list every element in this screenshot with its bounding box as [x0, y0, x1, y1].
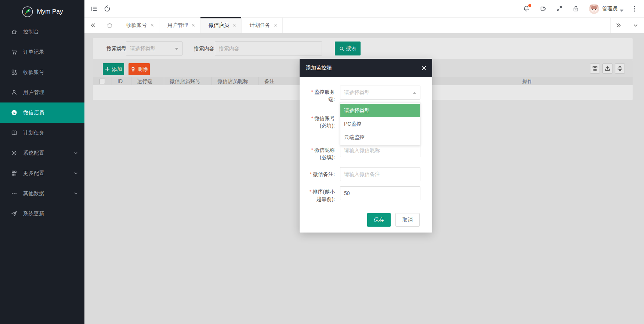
tag-icon[interactable] [539, 5, 546, 12]
save-button-label: 保存 [374, 217, 384, 223]
select-arrow-up-icon [413, 92, 416, 94]
tab-home[interactable] [101, 18, 118, 33]
wechat-remark-label: *微信备注: [300, 170, 335, 178]
topbar: 管理员 [84, 0, 644, 18]
cancel-button-label: 取消 [402, 217, 413, 223]
modal-title: 添加监控端 [306, 65, 332, 71]
sidebar-item-more-config[interactable]: 更多配置 [0, 163, 84, 183]
sidebar-item-label: 用户管理 [23, 89, 78, 96]
sidebar-item-wechat-clerk[interactable]: 微信店员 [0, 102, 84, 123]
tab-users[interactable]: 用户管理 [159, 18, 200, 33]
refresh-icon[interactable] [104, 5, 111, 12]
sidebar-item-dashboard[interactable]: 控制台 [0, 22, 84, 42]
sidebar-item-label: 控制台 [23, 29, 78, 35]
sidebar-item-orders[interactable]: 订单记录 [0, 42, 84, 62]
sidebar-item-label: 微信店员 [23, 109, 78, 116]
chevron-down-icon [74, 191, 78, 195]
sidebar-item-label: 订单记录 [23, 49, 78, 55]
tab-label: 收款账号 [126, 22, 147, 29]
notification-bell-icon[interactable] [523, 5, 530, 12]
dropdown-option-pc[interactable]: PC监控 [340, 117, 420, 130]
tab-close-icon[interactable] [233, 24, 236, 27]
sidebar-item-label: 更多配置 [23, 170, 74, 177]
wechat-remark-input[interactable] [340, 167, 420, 181]
tab-close-icon[interactable] [192, 24, 195, 27]
cancel-button[interactable]: 取消 [395, 213, 420, 227]
modal-footer: 保存 取消 [300, 213, 432, 233]
monitor-type-label: *监控服务 端: [300, 88, 335, 103]
tab-label: 用户管理 [167, 22, 188, 29]
user-icon [11, 89, 17, 96]
notification-badge [528, 4, 531, 7]
sidebar-item-system-update[interactable]: 系统更新 [0, 204, 84, 224]
collapse-menu-icon[interactable] [90, 5, 98, 12]
sidebar-item-label: 系统更新 [23, 210, 78, 217]
sidebar-item-users[interactable]: 用户管理 [0, 82, 84, 102]
required-asterisk: * [311, 147, 313, 153]
sidebar-item-system-config[interactable]: 系统配置 [0, 143, 84, 163]
sidebar: Mym Pay 控制台 订单记录 收款账号 用户管理 微信店员 [0, 0, 84, 324]
monitor-type-select[interactable]: 请选择类型 [340, 86, 420, 100]
cart-icon [11, 49, 17, 55]
sidebar-item-label: 计划任务 [23, 130, 78, 136]
sidebar-menu: 控制台 订单记录 收款账号 用户管理 微信店员 计划任务 [0, 22, 84, 224]
tabs-scroll-right-button[interactable] [610, 18, 627, 33]
close-icon[interactable] [422, 66, 426, 71]
tab-close-icon[interactable] [151, 24, 154, 27]
tabbar: 收款账号 用户管理 微信店员 计划任务 [84, 18, 644, 33]
sidebar-item-accounts[interactable]: 收款账号 [0, 62, 84, 82]
wechat-remark-field [340, 167, 420, 181]
more-vertical-icon[interactable] [632, 6, 637, 12]
wechat-nickname-label: *微信昵称 (必填): [300, 146, 335, 161]
tab-label: 计划任务 [250, 22, 270, 29]
dropdown-option-cloud[interactable]: 云端监控 [340, 130, 420, 144]
required-asterisk: * [310, 189, 311, 195]
sidebar-item-label: 系统配置 [23, 150, 74, 156]
admin-user-label: 管理员 [602, 6, 618, 12]
brand-name: Mym Pay [37, 8, 63, 15]
dropdown-option-placeholder[interactable]: 请选择类型 [340, 104, 420, 117]
ellipsis-icon [11, 190, 17, 197]
required-asterisk: * [310, 171, 312, 177]
brand-logo: Mym Pay [0, 0, 84, 24]
monitor-type-placeholder: 请选择类型 [344, 90, 370, 96]
wechat-icon [11, 109, 17, 116]
sort-input[interactable] [340, 186, 420, 200]
sidebar-item-label: 其他数据 [23, 190, 74, 197]
sidebar-item-label: 收款账号 [23, 69, 78, 76]
add-monitor-modal: 添加监控端 *监控服务 端: 请选择类型 *微信账号 (必填): 请选择类型 P… [300, 59, 432, 233]
fullscreen-icon[interactable] [556, 5, 563, 12]
tab-close-icon[interactable] [274, 24, 277, 27]
send-icon [11, 210, 17, 217]
sort-field [340, 186, 420, 200]
chevron-down-icon [74, 151, 78, 155]
gear-icon [11, 150, 17, 156]
sidebar-item-tasks[interactable]: 计划任务 [0, 123, 84, 143]
grid-icon [11, 170, 17, 176]
tab-tasks[interactable]: 计划任务 [242, 18, 283, 33]
tabs-menu-button[interactable] [627, 18, 644, 33]
home-icon [11, 29, 17, 35]
admin-user-menu[interactable]: 管理员 [602, 6, 623, 12]
chevron-down-icon [74, 171, 78, 175]
monitor-type-dropdown: 请选择类型 PC监控 云端监控 [340, 102, 420, 145]
tab-wechat-clerk[interactable]: 微信店员 [200, 18, 242, 33]
lock-icon[interactable] [572, 5, 579, 12]
blocks-icon [11, 69, 17, 75]
monitor-type-field: 请选择类型 [340, 86, 420, 100]
rocket-logo-icon [22, 6, 33, 18]
tabs-scroll-left-button[interactable] [84, 18, 101, 33]
tab-label: 微信店员 [209, 22, 229, 29]
wechat-account-label: *微信账号 (必填): [300, 115, 335, 129]
caret-down-icon [620, 7, 623, 10]
book-icon [11, 130, 17, 136]
sidebar-item-other-data[interactable]: 其他数据 [0, 183, 84, 204]
tab-accounts[interactable]: 收款账号 [118, 18, 159, 33]
required-asterisk: * [311, 89, 313, 95]
app-screen: Mym Pay 控制台 订单记录 收款账号 用户管理 微信店员 [0, 0, 644, 324]
required-asterisk: * [311, 115, 313, 121]
user-avatar[interactable] [589, 4, 599, 14]
sort-label: *排序(越小 越靠前): [300, 188, 335, 203]
save-button[interactable]: 保存 [367, 213, 391, 227]
modal-header: 添加监控端 [300, 59, 432, 77]
